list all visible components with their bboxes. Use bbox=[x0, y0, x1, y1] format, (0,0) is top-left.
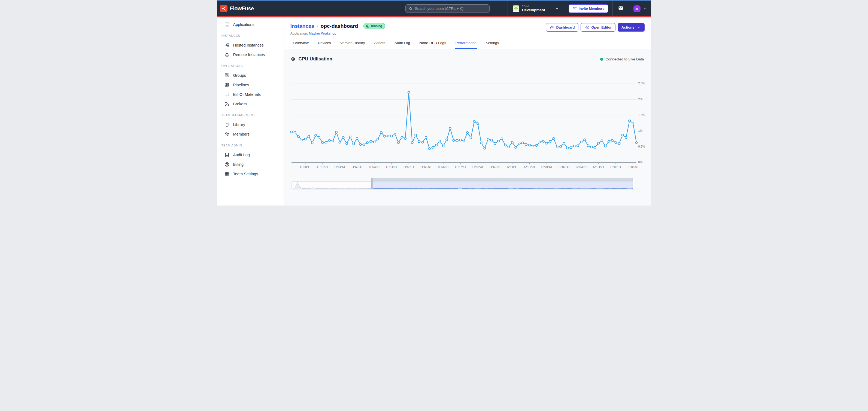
search-icon bbox=[408, 6, 413, 11]
breadcrumb-separator: › bbox=[317, 24, 318, 29]
application-line: Application: Mayker Workshop bbox=[290, 32, 337, 35]
notifications-button[interactable] bbox=[613, 1, 629, 16]
header-actions: Dashboard Open Editor Actions bbox=[546, 23, 645, 32]
applications-icon bbox=[224, 22, 230, 27]
search-input[interactable] bbox=[415, 6, 487, 11]
sidebar-section-team-management: TEAM MANAGEMENT bbox=[217, 113, 284, 117]
sidebar-item-brokers[interactable]: Brokers bbox=[217, 99, 284, 109]
breadcrumb: Instances › opc-dashboard running bbox=[290, 23, 385, 29]
tab-version-history[interactable]: Version History bbox=[340, 41, 366, 49]
breadcrumb-instances-link[interactable]: Instances bbox=[290, 23, 314, 29]
tab-performance[interactable]: Performance bbox=[455, 41, 477, 49]
tab-overview[interactable]: Overview bbox=[293, 41, 309, 49]
brush-selection-drag-bar[interactable] bbox=[372, 178, 634, 181]
user-plus-icon bbox=[572, 6, 577, 11]
sidebar-section-instances: INSTANCES bbox=[217, 34, 284, 37]
bill-of-materials-icon bbox=[224, 92, 230, 97]
x-axis-tick-label: 11:56:51 bbox=[434, 165, 453, 169]
application-link[interactable]: Mayker Workshop bbox=[309, 32, 337, 35]
y-axis-tick-label: 1% bbox=[638, 129, 648, 132]
pipelines-icon bbox=[224, 82, 230, 88]
panel-title: CPU Utilisation bbox=[299, 56, 332, 62]
actions-button[interactable]: Actions bbox=[618, 23, 645, 32]
panel-divider bbox=[290, 64, 644, 64]
x-axis-tick-label: 11:57:41 bbox=[451, 165, 470, 169]
tab-devices[interactable]: Devices bbox=[317, 41, 332, 49]
billing-icon bbox=[224, 162, 230, 167]
tab-settings[interactable]: Settings bbox=[485, 41, 500, 49]
x-axis-tick-label: 11:55:11 bbox=[399, 165, 418, 169]
sidebar-item-applications[interactable]: Applications bbox=[217, 20, 284, 29]
flow-editor-icon bbox=[584, 25, 589, 30]
team-avatar bbox=[513, 5, 519, 12]
remote-instances-icon bbox=[224, 52, 230, 58]
performance-panel: CPU Utilisation Connected to Live Data 1… bbox=[284, 49, 651, 205]
cpu-chart: 11:50:1111:51:0111:51:5111:52:4111:53:31… bbox=[291, 67, 648, 174]
x-axis-tick-label: 11:54:21 bbox=[382, 165, 401, 169]
mail-icon bbox=[618, 5, 624, 12]
sidebar-item-hosted-instances[interactable]: Hosted Instances bbox=[217, 40, 284, 50]
status-badge: running bbox=[364, 23, 385, 29]
sidebar-item-billing[interactable]: Billing bbox=[217, 160, 284, 169]
team-label: TEAM: bbox=[522, 5, 545, 8]
team-search[interactable] bbox=[405, 4, 490, 13]
open-editor-label: Open Editor bbox=[591, 25, 611, 29]
sidebar-item-label: Groups bbox=[233, 73, 246, 77]
tab-node-red-logs[interactable]: Node-RED Logs bbox=[419, 41, 446, 49]
live-status-label: Connected to Live Data bbox=[606, 57, 644, 61]
x-axis-tick-label: 12:00:11 bbox=[503, 165, 522, 169]
user-menu[interactable]: jp bbox=[629, 1, 651, 16]
sidebar-item-library[interactable]: Library bbox=[217, 120, 284, 129]
y-axis-tick-label: 2.5% bbox=[638, 82, 648, 85]
x-axis-tick-label: 11:56:01 bbox=[416, 165, 435, 169]
y-axis-tick-label: 0% bbox=[638, 161, 648, 164]
x-axis-tick-label: 11:50:11 bbox=[296, 165, 315, 169]
x-axis-tick-label: 12:01:51 bbox=[537, 165, 556, 169]
sidebar-item-label: Audit Log bbox=[233, 153, 250, 157]
x-axis-tick-label: 12:02:41 bbox=[554, 165, 574, 169]
status-label: running bbox=[371, 24, 382, 28]
sidebar-item-label: Team Settings bbox=[233, 172, 258, 176]
y-axis-tick-label: 0.5% bbox=[638, 145, 648, 148]
x-axis-tick-label: 12:03:31 bbox=[571, 165, 591, 169]
brand-name: FlowFuse bbox=[230, 5, 254, 12]
sidebar-item-label: Members bbox=[233, 132, 250, 136]
brokers-icon bbox=[224, 101, 230, 107]
x-axis-tick-label: 12:01:01 bbox=[520, 165, 539, 169]
team-selector[interactable]: TEAM: Development bbox=[508, 1, 564, 16]
play-circle-icon bbox=[366, 24, 370, 28]
tab-audit-log[interactable]: Audit Log bbox=[394, 41, 410, 49]
brush-overview-canvas[interactable] bbox=[291, 181, 634, 190]
tab-assets[interactable]: Assets bbox=[374, 41, 386, 49]
actions-label: Actions bbox=[621, 25, 634, 29]
x-axis-tick-label: 11:52:41 bbox=[347, 165, 366, 169]
top-navbar: FlowFuse TEAM: Development bbox=[217, 1, 651, 16]
sidebar-section-team-admin: TEAM ADMIN bbox=[217, 144, 284, 147]
flowfuse-logo-icon bbox=[220, 5, 227, 12]
sidebar-item-team-settings[interactable]: Team Settings bbox=[217, 169, 284, 178]
chart-range-brush[interactable] bbox=[291, 178, 634, 190]
sidebar-item-audit-log[interactable]: Audit Log bbox=[217, 150, 284, 160]
navbar-right: TEAM: Development Invite Members jp bbox=[507, 1, 651, 16]
main-content: Instances › opc-dashboard running Applic… bbox=[284, 18, 651, 205]
x-axis-tick-label: 12:04:21 bbox=[589, 165, 608, 169]
sidebar-item-bill-of-materials[interactable]: Bill Of Materials bbox=[217, 90, 284, 99]
instance-tabs: OverviewDevicesVersion HistoryAssetsAudi… bbox=[293, 41, 500, 49]
invite-members-label: Invite Members bbox=[579, 6, 604, 11]
x-axis-tick-label: 12:06:01 bbox=[623, 165, 643, 169]
brush-handle-right[interactable] bbox=[632, 178, 634, 190]
sidebar-item-pipelines[interactable]: Pipelines bbox=[217, 80, 284, 90]
dashboard-button[interactable]: Dashboard bbox=[546, 23, 579, 32]
sidebar-item-remote-instances[interactable]: Remote Instances bbox=[217, 50, 284, 59]
y-axis-tick-label: 2% bbox=[638, 97, 648, 101]
audit-log-icon bbox=[224, 152, 230, 158]
brand[interactable]: FlowFuse bbox=[217, 5, 254, 12]
sidebar-item-groups[interactable]: Groups bbox=[217, 70, 284, 80]
sidebar-item-label: Remote Instances bbox=[233, 53, 265, 57]
open-editor-button[interactable]: Open Editor bbox=[581, 23, 615, 32]
team-settings-icon bbox=[224, 171, 230, 177]
team-chevron-down-icon bbox=[555, 6, 559, 11]
brush-handle-left[interactable] bbox=[371, 178, 373, 190]
sidebar-item-members[interactable]: Members bbox=[217, 129, 284, 139]
invite-members-button[interactable]: Invite Members bbox=[568, 4, 608, 13]
